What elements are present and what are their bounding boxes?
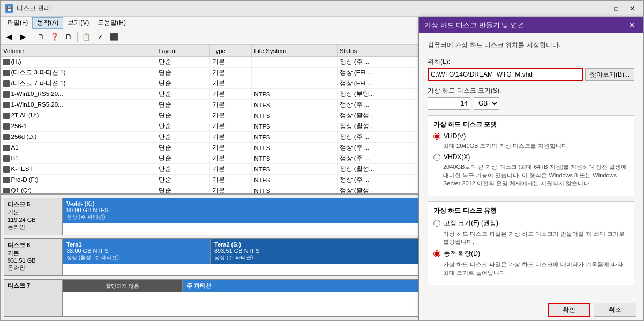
fixed-desc: 가상 하드 디스크 파일은 가상 하드 디스크가 만들어질 때 최대 크기로 할… <box>443 230 628 247</box>
size-unit-select[interactable]: MB GB TB <box>474 97 499 110</box>
disk-type: 기본 <box>8 249 59 257</box>
table-cell: 기본 <box>210 185 252 195</box>
table-cell: 단순 <box>156 110 209 121</box>
disk-name: 디스크 6 <box>8 241 59 249</box>
toolbar-btn-8[interactable]: ⬛ <box>108 31 121 43</box>
table-cell <box>252 68 337 78</box>
dynamic-label[interactable]: 동적 확장(D) <box>444 249 480 258</box>
back-button[interactable]: ◀ <box>3 31 16 43</box>
table-cell: K-TEST <box>1 164 156 175</box>
disk-partition[interactable]: Tera138.00 GB NTFS정상 (활성, 주 파티션) <box>63 239 211 264</box>
dialog-description: 컴퓨터에 가상 하드 디스크 위치를 지정합니다. <box>428 44 634 50</box>
table-cell: 기본 <box>210 89 252 100</box>
table-cell: NTFS <box>252 185 337 195</box>
partition-name: Tera1 <box>66 241 207 248</box>
vhdx-desc: 2040GB보다 큰 가상 디스크 (최대 64TB 지원)를 지원하며 정전 … <box>443 163 628 188</box>
title-bar: 💾 디스크 관리 ─ □ ✕ <box>1 1 643 17</box>
vhd-radio[interactable] <box>433 133 440 140</box>
vhd-radio-row: VHD(V) <box>433 132 628 140</box>
dynamic-radio[interactable] <box>433 250 440 257</box>
table-cell: 정상 (주 ... <box>337 143 428 153</box>
size-input[interactable] <box>428 97 470 110</box>
table-cell: 기본 <box>210 100 252 110</box>
menu-action[interactable]: 동작(A) <box>32 17 63 29</box>
disk-partition[interactable]: 할당되지 않음 <box>63 280 183 292</box>
location-input[interactable] <box>428 68 583 81</box>
dynamic-desc: 가상 하드 디스크 파일은 가상 하드 디스크에 데이터가 기록됨에 따라 최대… <box>443 260 628 277</box>
fixed-label[interactable]: 고정 크기(F) (권장) <box>444 219 498 228</box>
table-cell: 기본 <box>210 153 252 164</box>
col-status[interactable]: Status <box>337 45 428 57</box>
forward-button[interactable]: ▶ <box>17 31 29 43</box>
disk-label: 디스크 5기본119.24 GB온라인 <box>4 198 63 235</box>
table-cell: 정상 (활성... <box>337 164 428 175</box>
table-cell: 단순 <box>156 89 209 100</box>
toolbar-btn-6[interactable]: 📋 <box>80 31 93 43</box>
table-cell <box>252 57 337 68</box>
table-cell: 정상 (활성... <box>337 185 428 195</box>
disk-size: 931.51 GB <box>8 257 59 264</box>
minimize-button[interactable]: ─ <box>593 3 607 14</box>
fixed-radio[interactable] <box>433 220 440 227</box>
table-cell: Pro-D (F:) <box>1 175 156 185</box>
toolbar-btn-4[interactable]: ❓ <box>48 31 61 43</box>
size-section: 가상 하드 디스크 크기(S): MB GB TB <box>428 86 634 110</box>
table-cell: 기본 <box>210 175 252 185</box>
table-cell: 단순 <box>156 78 209 89</box>
table-cell: 단순 <box>156 153 209 164</box>
disk-label: 디스크 6기본931.51 GB온라인 <box>4 239 63 275</box>
table-cell: 기본 <box>210 110 252 121</box>
table-cell: 단순 <box>156 121 209 132</box>
format-group-title: 가상 하드 디스크 포맷 <box>433 120 628 129</box>
toolbar-btn-7[interactable]: ✓ <box>94 31 107 43</box>
col-type[interactable]: Type <box>210 45 252 57</box>
table-cell: 정상 (EFI ... <box>337 68 428 78</box>
ok-button[interactable]: 확인 <box>548 303 590 317</box>
maximize-button[interactable]: □ <box>609 3 623 14</box>
type-group-title: 가상 하드 디스크 유형 <box>433 206 628 215</box>
table-cell: (H:) <box>1 57 156 68</box>
col-filesystem[interactable]: File System <box>252 45 337 57</box>
table-cell: 1-Win10_RS5.20... <box>1 100 156 110</box>
cancel-button[interactable]: 취소 <box>594 303 636 317</box>
disk-size: 119.24 GB <box>8 217 59 223</box>
disk-status: 온라인 <box>8 264 59 272</box>
table-cell: 1-Win10_RS5.20... <box>1 89 156 100</box>
table-cell: 기본 <box>210 164 252 175</box>
table-cell: 기본 <box>210 143 252 153</box>
col-layout[interactable]: Layout <box>156 45 209 57</box>
table-cell: 정상 (주 ... <box>337 132 428 143</box>
table-cell: 정상 (주 ... <box>337 100 428 110</box>
location-section: 위치(L): 찾아보기(B)... <box>428 57 634 81</box>
col-volume[interactable]: Volume <box>1 45 156 57</box>
toolbar-btn-3[interactable]: 🗋 <box>34 31 47 43</box>
table-cell: B1 <box>1 153 156 164</box>
toolbar-btn-5[interactable]: 🗋 <box>62 31 75 43</box>
table-cell: 단순 <box>156 132 209 143</box>
table-cell: (디스크 3 파티션 1) <box>1 68 156 78</box>
menu-view[interactable]: 보기(V) <box>63 17 93 29</box>
menu-file[interactable]: 파일(F) <box>3 17 32 29</box>
table-cell <box>252 78 337 89</box>
table-cell: 정상 (활성... <box>337 110 428 121</box>
table-cell: NTFS <box>252 164 337 175</box>
window-controls: ─ □ ✕ <box>593 3 639 14</box>
menu-help[interactable]: 도움말(H) <box>93 17 130 29</box>
toolbar-separator-1 <box>32 32 32 42</box>
table-cell: 단순 <box>156 100 209 110</box>
disk-label: 디스크 7 <box>4 280 63 316</box>
table-cell: 단순 <box>156 68 209 78</box>
browse-button[interactable]: 찾아보기(B)... <box>585 68 634 81</box>
table-cell: 정상 (주 ... <box>337 153 428 164</box>
table-cell: NTFS <box>252 100 337 110</box>
close-button[interactable]: ✕ <box>625 3 639 14</box>
vhdx-radio[interactable] <box>433 154 440 161</box>
vhdx-label[interactable]: VHDX(X) <box>444 153 470 161</box>
size-input-row: MB GB TB <box>428 97 634 110</box>
main-content: Volume Layout Type File System Status Ca… <box>1 44 643 320</box>
location-label: 위치(L): <box>428 57 634 66</box>
table-cell: (디스크 7 파티션 1) <box>1 78 156 89</box>
table-cell: 단순 <box>156 164 209 175</box>
vhd-label[interactable]: VHD(V) <box>444 132 466 140</box>
disk-status: 온라인 <box>8 223 59 231</box>
